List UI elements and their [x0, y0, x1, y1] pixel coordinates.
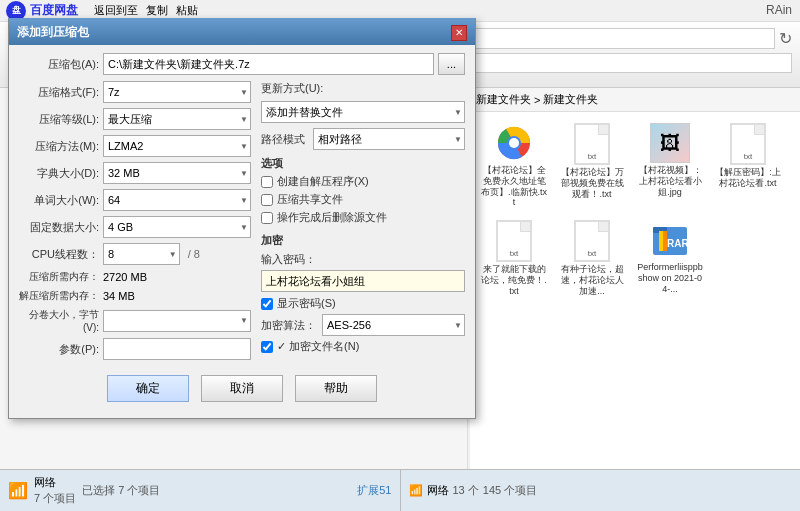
word-label: 单词大小(W): — [19, 193, 99, 208]
dict-row: 字典大小(D): 32 MB 64 MB 128 MB ▼ — [19, 162, 251, 184]
txt-file-2-label: 【解压密码】:上村花论坛看.txt — [715, 167, 781, 189]
update-select-row: 添加并替换文件 更新已存在的文件 ▼ — [261, 101, 465, 123]
method-select-wrapper: LZMA2 LZMA ▼ — [103, 135, 251, 157]
solid-select[interactable]: 4 GB 1 GB — [103, 216, 251, 238]
mem-decompress-row: 解压缩所需内存： 34 MB — [19, 289, 251, 303]
cpu-row: CPU线程数： 8 4 2 1 ▼ / 8 — [19, 243, 251, 265]
cancel-button[interactable]: 取消 — [201, 375, 283, 402]
algo-select-wrapper: AES-256 ▼ — [322, 314, 465, 336]
algo-select[interactable]: AES-256 — [322, 314, 465, 336]
status-right-count: 13 个 — [453, 483, 479, 498]
format-select[interactable]: 7z zip tar — [103, 81, 251, 103]
method-select[interactable]: LZMA2 LZMA — [103, 135, 251, 157]
file-item[interactable]: txt 有种子论坛，超速，村花论坛人加速... — [556, 217, 628, 299]
archive-path-row: 压缩包(A): ... — [19, 53, 465, 75]
file-item[interactable]: RAR Performerliisppb show on 2021-04-... — [634, 217, 706, 299]
rar-folder-label: Performerliisppb show on 2021-04-... — [637, 262, 703, 294]
browse-button[interactable]: ... — [438, 53, 465, 75]
dict-select-wrapper: 32 MB 64 MB 128 MB ▼ — [103, 162, 251, 184]
algo-row: 加密算法： AES-256 ▼ — [261, 314, 465, 336]
ok-button[interactable]: 确定 — [107, 375, 189, 402]
update-row: 更新方式(U): — [261, 81, 465, 96]
update-label: 更新方式(U): — [261, 81, 323, 96]
shared-checkbox[interactable] — [261, 194, 273, 206]
menu-copy[interactable]: 复制 — [146, 3, 168, 18]
help-button[interactable]: 帮助 — [295, 375, 377, 402]
rar-folder-icon: RAR — [650, 220, 690, 260]
mem-compress-value: 2720 MB — [103, 271, 147, 283]
mem-decompress-label: 解压缩所需内存： — [19, 289, 99, 303]
split-row: 分卷大小，字节(V): ▼ — [19, 308, 251, 333]
option-selfextract-row: 创建自解压程序(X) — [261, 174, 465, 189]
delete-after-checkbox[interactable] — [261, 212, 273, 224]
txt-file-3-label: 来了就能下载的论坛，纯免费！.txt — [481, 264, 547, 296]
split-select-wrapper: ▼ — [103, 310, 251, 332]
encryption-title: 加密 — [261, 233, 465, 248]
status-right-row1: 📶 网络 13 个 145 个项目 — [409, 483, 793, 498]
txt-icon-3: txt — [496, 220, 532, 262]
path-mode-row: 路径模式 相对路径 绝对路径 ▼ — [261, 128, 465, 150]
level-select[interactable]: 最大压缩 普通压缩 快速压缩 — [103, 108, 251, 130]
dict-select[interactable]: 32 MB 64 MB 128 MB — [103, 162, 251, 184]
cpu-select[interactable]: 8 4 2 1 — [103, 243, 180, 265]
cpu-select-wrapper: 8 4 2 1 ▼ — [103, 243, 180, 265]
level-select-wrapper: 最大压缩 普通压缩 快速压缩 ▼ — [103, 108, 251, 130]
password-input[interactable] — [261, 270, 465, 292]
network-icon-left: 📶 — [8, 481, 28, 500]
selfextract-checkbox[interactable] — [261, 176, 273, 188]
file-item[interactable]: 【村花论坛】全免费永久地址笔布页】.临新快.txt — [478, 120, 550, 211]
file-item[interactable]: txt 【村花论坛】万部视频免费在线观看！.txt — [556, 120, 628, 211]
svg-point-2 — [509, 138, 519, 148]
method-row: 压缩方法(M): LZMA2 LZMA ▼ — [19, 135, 251, 157]
chrome-file-icon — [494, 123, 534, 163]
network-label-left: 网络 — [34, 475, 76, 490]
file-item[interactable]: 🖼 【村花视频】：上村花论坛看小姐.jpg — [634, 120, 706, 211]
status-bar: 📶 网络 7 个项目 已选择 7 个项目 扩展51 📶 网络 13 个 145 … — [0, 469, 800, 511]
file-item[interactable]: txt 来了就能下载的论坛，纯免费！.txt — [478, 217, 550, 299]
word-select-wrapper: 64 32 128 ▼ — [103, 189, 251, 211]
dialog-titlebar: 添加到压缩包 ✕ — [9, 20, 475, 45]
word-select[interactable]: 64 32 128 — [103, 189, 251, 211]
file-item[interactable]: txt 【解压密码】:上村花论坛看.txt — [712, 120, 784, 211]
status-selected: 已选择 7 个项目 — [82, 483, 160, 498]
txt-icon-2: txt — [730, 123, 766, 165]
path-mode-select-wrapper: 相对路径 绝对路径 ▼ — [313, 128, 465, 150]
update-select-wrapper: 添加并替换文件 更新已存在的文件 ▼ — [261, 101, 465, 123]
dialog-body: 压缩包(A): ... 压缩格式(F): 7z zip tar ▼ — [9, 45, 475, 418]
network-icon-right: 📶 — [409, 484, 423, 497]
word-row: 单词大小(W): 64 32 128 ▼ — [19, 189, 251, 211]
dialog-title: 添加到压缩包 — [17, 24, 89, 41]
encrypt-filename-label: ✓ 加密文件名(N) — [277, 339, 359, 354]
path-mode-select[interactable]: 相对路径 绝对路径 — [313, 128, 465, 150]
menu-paste[interactable]: 粘贴 — [176, 3, 198, 18]
option-shared-row: 压缩共享文件 — [261, 192, 465, 207]
archive-path-input[interactable] — [103, 53, 434, 75]
level-row: 压缩等级(L): 最大压缩 普通压缩 快速压缩 ▼ — [19, 108, 251, 130]
solid-select-wrapper: 4 GB 1 GB ▼ — [103, 216, 251, 238]
mem-decompress-value: 34 MB — [103, 290, 135, 302]
expand-label[interactable]: 扩展51 — [357, 483, 391, 498]
show-password-checkbox[interactable] — [261, 298, 273, 310]
network-label-right: 网络 — [427, 483, 449, 498]
menu-return[interactable]: 返回到至 — [94, 3, 138, 18]
breadcrumb-part2: 新建文件夹 — [543, 92, 598, 107]
txt-icon-4: txt — [574, 220, 610, 262]
encrypt-filename-checkbox[interactable] — [261, 341, 273, 353]
svg-text:RAR: RAR — [667, 238, 689, 249]
split-select[interactable] — [103, 310, 251, 332]
update-select[interactable]: 添加并替换文件 更新已存在的文件 — [261, 101, 465, 123]
dialog-close-button[interactable]: ✕ — [451, 25, 467, 41]
format-label: 压缩格式(F): — [19, 85, 99, 100]
chrome-file-label: 【村花论坛】全免费永久地址笔布页】.临新快.txt — [481, 165, 547, 208]
path-mode-label: 路径模式 — [261, 132, 305, 147]
params-input[interactable] — [103, 338, 251, 360]
chrome-icon-shape — [496, 125, 532, 161]
file-icons-container: 【村花论坛】全免费永久地址笔布页】.临新快.txt txt 【村花论坛】万部视频… — [470, 112, 800, 308]
txt-icon-1: txt — [574, 123, 610, 165]
refresh-button[interactable]: ↻ — [779, 29, 792, 48]
breadcrumb-part1: 新建文件夹 — [476, 92, 531, 107]
dialog-buttons: 确定 取消 帮助 — [19, 375, 465, 410]
format-select-wrapper: 7z zip tar ▼ — [103, 81, 251, 103]
status-right-items: 145 个项目 — [483, 483, 537, 498]
show-password-row: 显示密码(S) — [261, 296, 465, 311]
